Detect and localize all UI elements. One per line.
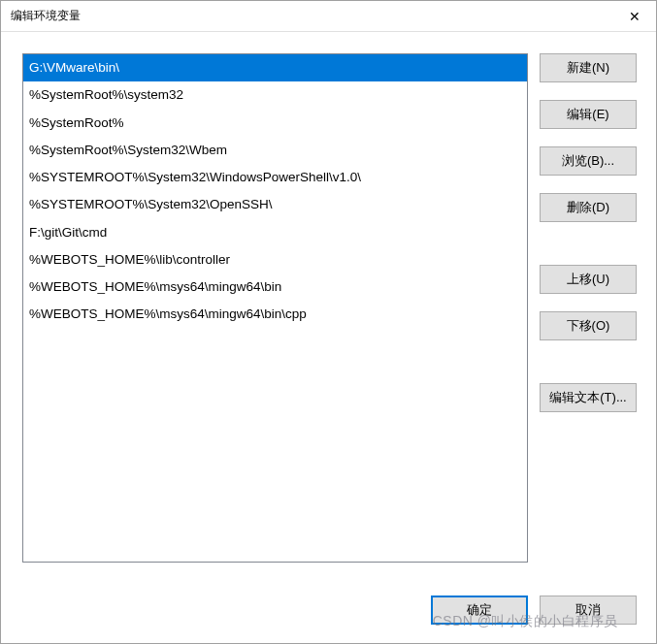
cancel-button[interactable]: 取消 <box>540 596 637 625</box>
window-title: 编辑环境变量 <box>11 8 81 24</box>
path-listbox[interactable]: G:\VMware\bin\ %SystemRoot%\system32 %Sy… <box>22 53 528 563</box>
move-up-button[interactable]: 上移(U) <box>540 265 637 294</box>
move-down-button[interactable]: 下移(O) <box>540 311 637 340</box>
list-item[interactable]: %SystemRoot%\System32\Wbem <box>23 137 527 164</box>
dialog-content: G:\VMware\bin\ %SystemRoot%\system32 %Sy… <box>1 32 656 591</box>
ok-button[interactable]: 确定 <box>431 596 528 625</box>
delete-button[interactable]: 删除(D) <box>540 193 637 222</box>
edit-env-var-dialog: 编辑环境变量 ✕ G:\VMware\bin\ %SystemRoot%\sys… <box>0 0 657 644</box>
close-button[interactable]: ✕ <box>612 2 656 31</box>
browse-button[interactable]: 浏览(B)... <box>540 146 637 176</box>
dialog-footer: 确定 取消 <box>1 591 656 643</box>
edit-text-button[interactable]: 编辑文本(T)... <box>540 383 637 412</box>
list-item[interactable]: %WEBOTS_HOME%\msys64\mingw64\bin <box>23 274 527 301</box>
list-item[interactable]: G:\VMware\bin\ <box>23 54 527 81</box>
button-column: 新建(N) 编辑(E) 浏览(B)... 删除(D) 上移(U) 下移(O) 编… <box>540 53 637 581</box>
titlebar: 编辑环境变量 ✕ <box>1 1 656 32</box>
list-item[interactable]: %WEBOTS_HOME%\lib\controller <box>23 246 527 274</box>
list-item[interactable]: %SYSTEMROOT%\System32\WindowsPowerShell\… <box>23 164 527 191</box>
list-item[interactable]: %SystemRoot%\system32 <box>23 81 527 109</box>
new-button[interactable]: 新建(N) <box>540 53 637 82</box>
edit-button[interactable]: 编辑(E) <box>540 100 637 129</box>
list-item[interactable]: F:\git\Git\cmd <box>23 219 527 246</box>
list-item[interactable]: %WEBOTS_HOME%\msys64\mingw64\bin\cpp <box>23 301 527 328</box>
list-item[interactable]: %SystemRoot% <box>23 110 527 137</box>
list-item[interactable]: %SYSTEMROOT%\System32\OpenSSH\ <box>23 191 527 218</box>
close-icon: ✕ <box>629 9 641 24</box>
